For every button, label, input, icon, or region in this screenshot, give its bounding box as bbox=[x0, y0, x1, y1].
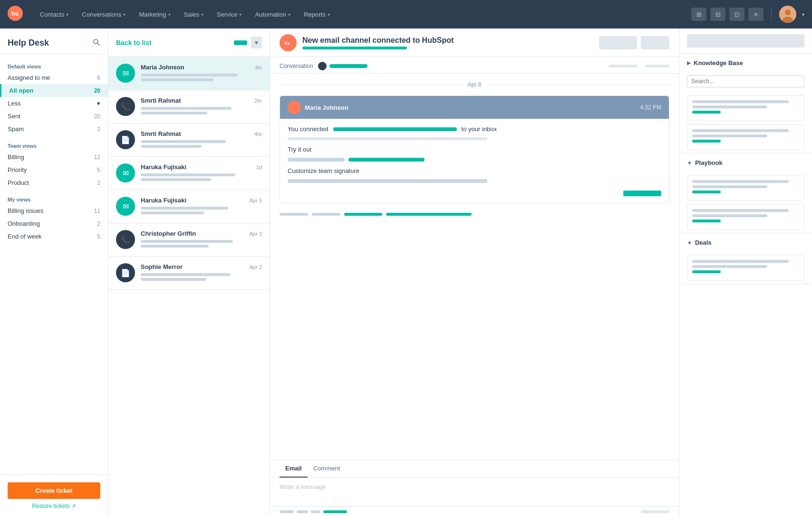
reply-bar-gray bbox=[280, 213, 308, 216]
tool-icon-2[interactable] bbox=[297, 510, 308, 513]
conv-time: 3m bbox=[255, 65, 262, 70]
knowledge-base-search-container bbox=[679, 72, 812, 92]
nav-item-automation[interactable]: Automation ▾ bbox=[249, 8, 296, 21]
sidebar-item-spam[interactable]: Spam 2 bbox=[0, 123, 108, 135]
user-avatar[interactable] bbox=[779, 6, 796, 23]
sidebar-item-sent[interactable]: Sent 20 bbox=[0, 110, 108, 123]
reply-bar-teal bbox=[344, 213, 382, 216]
conv-item-smrti-2[interactable]: 📄 Smrti Rahmat 4hr bbox=[108, 124, 270, 157]
sidebar-item-end-of-week[interactable]: End of week 5 bbox=[0, 230, 108, 243]
avatar-sophie: 📄 bbox=[116, 263, 135, 282]
knowledge-base-section: ▶ Knowledge Base bbox=[679, 54, 812, 153]
status-pill-button[interactable] bbox=[234, 40, 247, 45]
create-ticket-button[interactable]: Create ticket bbox=[8, 482, 100, 499]
conversation-actions bbox=[599, 36, 669, 49]
restore-tickets-link[interactable]: Restore tickets ↗ bbox=[8, 503, 100, 509]
tab-email[interactable]: Email bbox=[280, 460, 308, 478]
action-button-2[interactable] bbox=[641, 36, 669, 49]
knowledge-base-title: Knowledge Base bbox=[694, 59, 743, 67]
nav-action-btn-1[interactable]: ⊞ bbox=[691, 8, 706, 21]
conv-item-christopher[interactable]: 📞 Christopher Griffin Apr 3 bbox=[108, 223, 270, 257]
hubspot-logo-icon: hs bbox=[280, 34, 297, 51]
nav-item-marketing[interactable]: Marketing ▾ bbox=[133, 8, 176, 21]
customize-bar bbox=[288, 179, 487, 183]
msg-label-customize: Customize team signature bbox=[288, 167, 359, 174]
svg-point-3 bbox=[785, 10, 791, 15]
msg-label-tryitout: Try it out bbox=[288, 146, 311, 153]
conversation-scroll[interactable]: Apr 8 Maria Johnson 4:32 PM You connecte… bbox=[270, 74, 679, 460]
left-sidebar: Help Desk Default views Assigned to me 6… bbox=[0, 29, 108, 517]
compose-tabs: Email Comment bbox=[270, 460, 679, 478]
conversation-list-panel: Back to list ▾ ✉ Maria Johnson 3m bbox=[108, 29, 270, 517]
chevron-down-icon: ▼ bbox=[687, 160, 692, 166]
conv-item-smrti-1[interactable]: 📞 Smrti Rahmat 2hr bbox=[108, 90, 270, 124]
conv-name: Smrti Rahmat bbox=[141, 130, 181, 137]
avatar-smrti-2: 📄 bbox=[116, 130, 135, 149]
nav-item-reports[interactable]: Reports ▾ bbox=[298, 8, 336, 21]
avatar-maria: ✉ bbox=[116, 64, 135, 83]
svg-text:hs: hs bbox=[11, 10, 19, 17]
nav-item-service[interactable]: Service ▾ bbox=[211, 8, 247, 21]
send-button[interactable] bbox=[641, 510, 669, 513]
playbook-card-1 bbox=[687, 175, 804, 201]
nav-item-contacts[interactable]: Contacts ▾ bbox=[34, 8, 74, 21]
avatar-chevron-icon[interactable]: ▾ bbox=[802, 12, 804, 17]
nav-divider bbox=[771, 7, 772, 22]
knowledge-base-header[interactable]: ▶ Knowledge Base bbox=[679, 54, 812, 72]
sidebar-item-product[interactable]: Product 2 bbox=[0, 176, 108, 189]
header-actions: ▾ bbox=[234, 37, 262, 48]
kb-card-1 bbox=[687, 95, 804, 121]
sidebar-item-priority[interactable]: Priority 5 bbox=[0, 163, 108, 176]
conversation-header: hs New email channel connected to HubSpo… bbox=[270, 29, 679, 57]
hubspot-logo[interactable]: hs bbox=[8, 6, 25, 23]
status-dropdown-button[interactable]: ▾ bbox=[251, 37, 262, 48]
nav-action-btn-2[interactable]: ⊟ bbox=[710, 8, 725, 21]
sidebar-item-billing-issues[interactable]: Billing issues 11 bbox=[0, 204, 108, 217]
svg-text:hs: hs bbox=[285, 41, 290, 46]
top-nav: hs Contacts ▾ Conversations ▾ Marketing … bbox=[0, 0, 812, 29]
tool-icon-4[interactable] bbox=[323, 510, 347, 513]
chevron-right-icon: ▶ bbox=[687, 60, 691, 66]
tool-icon-1[interactable] bbox=[280, 510, 294, 513]
playbook-header[interactable]: ▼ Playbook bbox=[679, 153, 812, 172]
team-views-label: Team views bbox=[0, 139, 108, 151]
nav-item-sales[interactable]: Sales ▾ bbox=[178, 8, 210, 21]
reply-bar-gray-2 bbox=[312, 213, 340, 216]
chevron-down-icon: ▾ bbox=[123, 12, 126, 17]
conv-time: Apr 5 bbox=[250, 198, 262, 203]
compose-input[interactable]: Write a message bbox=[270, 478, 679, 506]
deals-header[interactable]: ▼ Deals bbox=[679, 233, 812, 252]
conv-item-haruka-2[interactable]: ✉ Haruka Fujisaki Apr 5 bbox=[108, 190, 270, 223]
right-panel-btn-2[interactable] bbox=[746, 34, 805, 48]
sidebar-item-assigned-to-me[interactable]: Assigned to me 6 bbox=[0, 71, 108, 84]
avatar-smrti-1: 📞 bbox=[116, 97, 135, 116]
knowledge-base-search-input[interactable] bbox=[687, 75, 804, 87]
nav-right: ⊞ ⊟ ⊡ ≡ ▾ bbox=[691, 6, 804, 23]
search-button[interactable] bbox=[93, 38, 100, 48]
conv-item-maria[interactable]: ✉ Maria Johnson 3m bbox=[108, 57, 270, 90]
action-button-1[interactable] bbox=[599, 36, 637, 49]
tool-icon-3[interactable] bbox=[311, 510, 320, 513]
sidebar-item-billing[interactable]: Billing 12 bbox=[0, 151, 108, 163]
sidebar-item-onboarding[interactable]: Onboarding 2 bbox=[0, 217, 108, 230]
back-to-list-link[interactable]: Back to list bbox=[116, 39, 152, 47]
deals-card-1 bbox=[687, 255, 804, 281]
sidebar-less-toggle[interactable]: Less ▾ bbox=[0, 97, 108, 110]
message-action-button[interactable] bbox=[623, 191, 661, 196]
conv-time: 1d bbox=[256, 164, 262, 170]
nav-action-btn-3[interactable]: ⊡ bbox=[729, 8, 744, 21]
conv-time: 4hr bbox=[254, 131, 262, 137]
conversation-title: New email channel connected to HubSpot bbox=[302, 36, 593, 45]
message-avatar bbox=[288, 101, 301, 114]
msg-label-inbox: to your inbox bbox=[462, 125, 497, 133]
right-panel-btn-1[interactable] bbox=[687, 34, 746, 48]
nav-item-conversations[interactable]: Conversations ▾ bbox=[76, 8, 131, 21]
nav-action-btn-4[interactable]: ≡ bbox=[748, 8, 764, 21]
conv-time: Apr 2 bbox=[250, 264, 262, 270]
tab-comment[interactable]: Comment bbox=[308, 460, 346, 478]
conv-item-sophie[interactable]: 📄 Sophie Merror Apr 2 bbox=[108, 257, 270, 290]
sidebar-item-all-open[interactable]: All open 20 bbox=[0, 84, 108, 97]
message-sender: Maria Johnson bbox=[305, 104, 348, 111]
conv-item-haruka-1[interactable]: ✉ Haruka Fujisaki 1d bbox=[108, 157, 270, 190]
connected-bar bbox=[333, 127, 457, 131]
